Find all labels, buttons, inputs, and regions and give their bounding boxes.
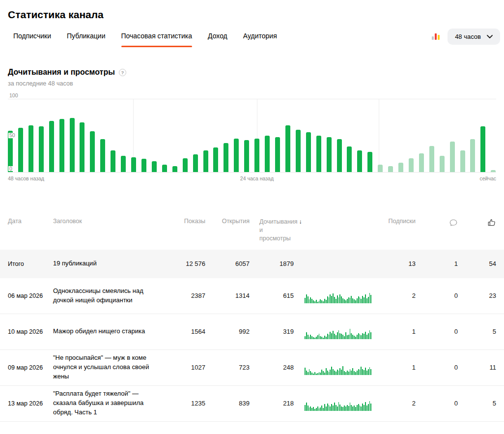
row-title: Одноклассницы смеялись над дочкой нищей …	[53, 287, 171, 305]
chart-bar[interactable]	[337, 139, 342, 172]
chart-bar[interactable]	[275, 137, 280, 172]
chart-bar[interactable]	[141, 159, 146, 172]
summary-label: Итого	[8, 260, 53, 267]
summary-subs: 13	[376, 260, 416, 267]
chart-bar[interactable]	[285, 125, 290, 172]
chart-bar[interactable]	[367, 152, 372, 172]
x-axis-label-now: сейчас	[479, 175, 496, 181]
chart-bar[interactable]	[244, 140, 249, 172]
chart-plot[interactable]: 100 50 0	[8, 99, 496, 173]
chart-bar[interactable]	[28, 125, 33, 172]
chart-bar[interactable]	[49, 121, 54, 172]
tab-4[interactable]: Доход	[208, 26, 227, 47]
chart-bars	[8, 99, 496, 172]
summary-likes: 54	[458, 260, 496, 267]
row-subs: 1	[376, 364, 416, 371]
chart-bar[interactable]	[152, 161, 157, 172]
column-comments[interactable]	[416, 218, 458, 227]
period-dropdown[interactable]: 48 часов	[448, 29, 500, 45]
row-date: 09 мар 2026	[8, 364, 53, 371]
chart-bar[interactable]	[203, 150, 208, 172]
tab-2[interactable]: Публикации	[67, 26, 105, 47]
table-row-partial[interactable]	[0, 422, 504, 434]
sparkline-chart	[305, 289, 371, 303]
chart-bar[interactable]	[234, 139, 239, 172]
chart-bar[interactable]	[193, 154, 198, 172]
column-likes[interactable]	[458, 218, 496, 227]
sparkline-chart	[305, 360, 371, 375]
page-title: Статистика канала	[0, 0, 504, 21]
column-shows[interactable]: Показы	[171, 218, 205, 225]
chart-bar[interactable]	[388, 166, 393, 172]
chart-bar[interactable]	[131, 157, 136, 172]
help-icon[interactable]: ?	[119, 69, 126, 76]
tab-3[interactable]: Почасовая статистика	[121, 26, 193, 47]
summary-shows: 12 576	[171, 260, 205, 267]
row-shows: 1027	[171, 364, 205, 371]
y-axis-label-50: 50	[8, 133, 16, 138]
chart-bar[interactable]	[409, 158, 414, 172]
chart-bar[interactable]	[183, 158, 188, 172]
table-row[interactable]: 10 мар 2026Мажор обидел нищего старика15…	[0, 314, 504, 350]
chart-bar[interactable]	[429, 146, 434, 172]
chart-bar[interactable]	[316, 136, 321, 172]
column-reads[interactable]: Дочитывания↓ и просмотры	[250, 218, 294, 243]
column-date: Дата	[8, 218, 53, 225]
column-opens[interactable]: Открытия	[205, 218, 250, 225]
chart-bar[interactable]	[59, 119, 64, 172]
chart-bar[interactable]	[18, 128, 23, 172]
row-likes: 11	[458, 364, 496, 371]
summary-comments: 1	[416, 260, 458, 267]
publications-table: Дата Заголовок Показы Открытия Дочитыван…	[0, 210, 504, 434]
tab-1[interactable]: Подписчики	[13, 26, 51, 47]
tab-5[interactable]: Аудитория	[243, 26, 277, 47]
chart-bar[interactable]	[306, 132, 311, 172]
chart-bar[interactable]	[419, 153, 424, 172]
row-reads: 248	[250, 364, 294, 371]
chart-bar[interactable]	[162, 165, 167, 172]
chart-bar[interactable]	[265, 136, 270, 172]
row-reads: 615	[250, 292, 294, 299]
chart-bar[interactable]	[296, 130, 301, 172]
row-sparkline	[294, 324, 376, 339]
table-row[interactable]: 09 мар 2026"Не просыпайся" — муж в коме …	[0, 350, 504, 386]
chart-bar[interactable]	[121, 156, 126, 172]
chart-bar[interactable]	[224, 143, 228, 172]
chart-bar[interactable]	[440, 156, 445, 172]
row-date: 06 мар 2026	[8, 292, 53, 299]
sparkline-chart	[305, 324, 371, 339]
chart-bar[interactable]	[357, 150, 362, 172]
chart-bar[interactable]	[70, 118, 75, 172]
chart-bar[interactable]	[398, 163, 403, 172]
chart-bar[interactable]	[100, 139, 105, 172]
row-shows: 1235	[171, 400, 205, 407]
chart-bar[interactable]	[450, 142, 455, 172]
chart-bar[interactable]	[80, 122, 84, 172]
column-subscriptions[interactable]: Подписки	[376, 218, 416, 225]
chart-bar[interactable]	[480, 126, 485, 172]
period-value: 48 часов	[455, 33, 481, 40]
chart-bar[interactable]	[90, 131, 95, 172]
chart-bar[interactable]	[39, 126, 44, 172]
chart-bar[interactable]	[327, 137, 332, 172]
chart-bar[interactable]	[460, 150, 465, 172]
row-opens: 992	[205, 328, 250, 335]
chart-bar[interactable]	[213, 147, 218, 172]
chart-bar[interactable]	[491, 170, 496, 172]
chart-bar[interactable]	[378, 165, 383, 172]
channel-stats-page: Статистика канала ПодписчикиПубликацииПо…	[0, 0, 504, 434]
row-shows: 1564	[171, 328, 205, 335]
histogram-icon[interactable]	[432, 33, 440, 40]
row-subs: 1	[376, 328, 416, 335]
row-subs: 2	[376, 292, 416, 299]
chart-bar[interactable]	[347, 146, 352, 172]
table-row[interactable]: 06 мар 2026Одноклассницы смеялись над до…	[0, 278, 504, 314]
chart-bar[interactable]	[470, 139, 475, 172]
thumbs-up-icon	[487, 218, 496, 227]
row-reads: 218	[250, 400, 294, 407]
chart-bar[interactable]	[172, 166, 177, 172]
summary-row: Итого 19 публикаций 12 576 6057 1879 13 …	[0, 250, 504, 278]
chart-bar[interactable]	[111, 150, 115, 172]
chart-bar[interactable]	[254, 139, 259, 172]
table-row[interactable]: 13 мар 2026"Расплата будет тяжелой" — ск…	[0, 386, 504, 422]
